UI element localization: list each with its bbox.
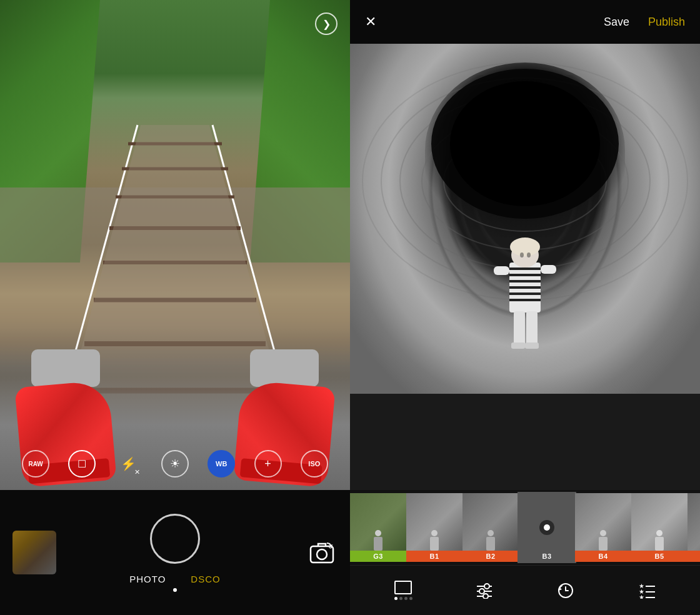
presets-tool-button[interactable]: ★ ★ ★ — [638, 581, 656, 600]
plus-exposure-button[interactable]: + — [254, 450, 282, 478]
history-tool-button[interactable] — [556, 581, 575, 600]
frames-icon — [394, 581, 412, 600]
svg-point-14 — [317, 549, 327, 559]
filter-frame-b3[interactable]: B3 — [519, 493, 575, 562]
camera-bottom-controls: RAW ☐ ⚡✕ ☀ WB + ISO — [0, 450, 350, 478]
exposure-button[interactable]: ☀ — [161, 450, 189, 478]
raw-button[interactable]: RAW — [22, 450, 49, 478]
next-arrow-button[interactable]: ❯ — [315, 12, 338, 35]
filter-frame-b4[interactable]: B4 — [575, 493, 631, 562]
photo-thumbnail[interactable] — [12, 531, 56, 574]
sock-right — [250, 349, 319, 387]
photo-padding — [350, 394, 700, 490]
focus-square-button[interactable]: ☐ — [68, 450, 96, 478]
filter-frame-b2[interactable]: B2 — [462, 493, 519, 562]
svg-rect-30 — [494, 266, 509, 275]
iso-button[interactable]: ISO — [301, 450, 328, 478]
sock-left — [31, 349, 100, 387]
shutter-button[interactable] — [150, 514, 200, 564]
svg-point-43 — [479, 589, 484, 594]
camera-toolbar: PHOTO DSCO ↺ — [0, 490, 350, 615]
svg-text:↺: ↺ — [328, 544, 333, 550]
svg-rect-31 — [541, 265, 556, 274]
svg-rect-29 — [509, 299, 541, 301]
photo-svg — [350, 44, 700, 394]
filter-frame-b6[interactable]: B6 — [688, 493, 700, 562]
shutter-button-container: PHOTO DSCO — [129, 514, 220, 592]
svg-rect-37 — [526, 311, 538, 346]
b3-label: B3 — [519, 551, 575, 562]
film-strip-inner: G3 B1 — [350, 490, 700, 565]
close-button[interactable]: ✕ — [365, 14, 376, 30]
filter-frame-b5[interactable]: B5 — [631, 493, 688, 562]
svg-rect-39 — [525, 342, 539, 349]
svg-point-34 — [520, 252, 524, 258]
header-actions: Save Publish — [604, 16, 685, 29]
camera-controls: ❯ — [315, 12, 338, 35]
track-photo — [0, 0, 350, 490]
svg-point-33 — [510, 238, 540, 256]
b2-label: B2 — [462, 551, 519, 562]
svg-point-22 — [450, 81, 600, 206]
mode-tabs: PHOTO DSCO — [129, 574, 220, 584]
svg-point-41 — [484, 584, 489, 589]
camera-viewfinder: ❯ RAW ☐ ⚡✕ ☀ WB + ISO — [0, 0, 350, 490]
camera-panel: ❯ RAW ☐ ⚡✕ ☀ WB + ISO PHOTO DSCO — [0, 0, 350, 615]
svg-point-35 — [527, 252, 531, 258]
main-photo — [350, 44, 700, 394]
b3-active-indicator — [539, 520, 554, 535]
b5-label: B5 — [631, 551, 688, 562]
presets-icon: ★ ★ ★ — [638, 581, 656, 600]
photo-mode-tab[interactable]: PHOTO — [129, 574, 166, 584]
svg-text:★: ★ — [639, 594, 644, 599]
b4-label: B4 — [575, 551, 631, 562]
bw-photo — [350, 44, 700, 394]
bottom-tools: ★ ★ ★ — [350, 565, 700, 615]
film-strip[interactable]: G3 B1 — [350, 490, 700, 565]
svg-rect-24 — [509, 268, 541, 270]
edit-panel: ✕ Save Publish — [350, 0, 700, 615]
svg-rect-27 — [509, 286, 541, 289]
filter-frame-b1[interactable]: B1 — [406, 493, 462, 562]
adjust-tool-button[interactable] — [475, 581, 494, 600]
svg-rect-38 — [511, 342, 525, 349]
dsco-mode-tab[interactable]: DSCO — [191, 574, 220, 584]
svg-point-45 — [483, 594, 488, 599]
svg-rect-28 — [509, 292, 541, 295]
frames-tool-button[interactable] — [394, 581, 412, 600]
b6-label: B6 — [688, 551, 700, 562]
flash-button[interactable]: ⚡✕ — [115, 450, 142, 478]
publish-button[interactable]: Publish — [648, 16, 685, 29]
g3-label: G3 — [350, 551, 406, 562]
flip-camera-icon: ↺ — [309, 541, 334, 564]
mode-dot-indicator — [173, 588, 177, 592]
b1-label: B1 — [406, 551, 462, 562]
flip-camera-button[interactable]: ↺ — [306, 537, 338, 568]
edit-header: ✕ Save Publish — [350, 0, 700, 44]
filter-frame-g3[interactable]: G3 — [350, 493, 406, 562]
svg-rect-26 — [509, 280, 541, 282]
save-button[interactable]: Save — [604, 16, 629, 29]
wb-button[interactable]: WB — [208, 450, 235, 478]
sliders-icon — [475, 581, 494, 600]
svg-rect-36 — [514, 311, 525, 346]
history-icon — [556, 581, 575, 600]
thumbnail-image — [12, 531, 56, 574]
svg-rect-25 — [509, 274, 541, 276]
